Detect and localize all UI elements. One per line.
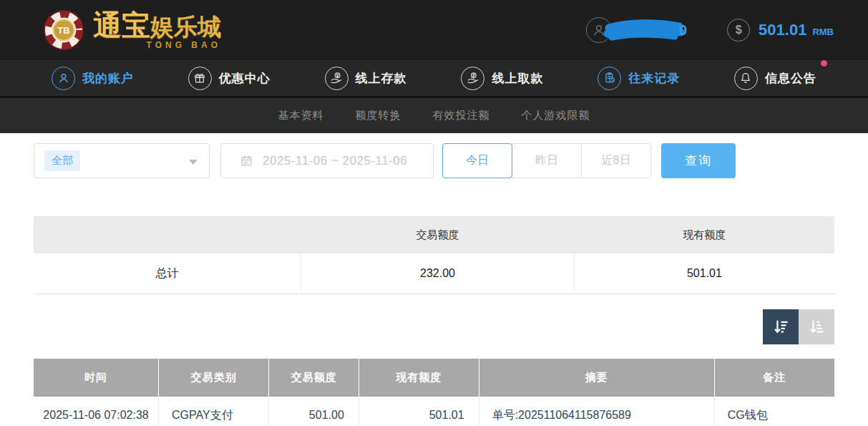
sort-descending-button[interactable] — [763, 309, 799, 344]
user-icon — [52, 67, 75, 90]
summary-col-current-balance: 现有额度 — [574, 216, 834, 253]
balance-currency: RMB — [812, 26, 834, 37]
record-remark: CG钱包 — [714, 397, 834, 426]
site-title-primary: 通宝 — [93, 9, 150, 41]
filter-row: 全部 2025-11-06 ~ 2025-11-06 今日 昨日 近8日 查询 — [34, 143, 834, 178]
records-icon — [598, 67, 621, 90]
records-col-time: 时间 — [34, 359, 159, 397]
nav-item-withdraw[interactable]: 线上取款 — [461, 67, 543, 90]
record-type: CGPAY支付 — [159, 397, 269, 426]
casino-chip-icon: TB — [43, 9, 84, 51]
record-transaction-amount: 501.00 — [269, 397, 359, 426]
records-col-transaction-amount: 交易额度 — [269, 359, 359, 397]
logo-text: 通宝娱乐城 TONG BAO — [93, 11, 221, 49]
dollar-glyph: $ — [736, 24, 742, 37]
records-header-row: 时间 交易类别 交易额度 现有额度 摘要 备注 — [34, 359, 834, 397]
range-button-yesterday[interactable]: 昨日 — [512, 143, 582, 178]
quick-range-group: 今日 昨日 近8日 — [442, 143, 651, 178]
sort-descending-icon — [771, 317, 791, 337]
content: 全部 2025-11-06 ~ 2025-11-06 今日 昨日 近8日 查询 — [0, 143, 868, 426]
records-col-summary: 摘要 — [479, 359, 714, 397]
nav-label: 信息公告 — [765, 70, 816, 87]
gift-icon — [188, 67, 212, 90]
nav-label: 线上存款 — [356, 70, 407, 87]
subnav-item-basic-info[interactable]: 基本资料 — [278, 109, 324, 122]
records-col-type: 交易类别 — [159, 359, 269, 397]
record-summary: 单号:202511064115876589 — [479, 397, 714, 426]
summary-table: 交易额度 现有额度 总计 232.00 501.01 — [34, 216, 834, 294]
calendar-icon — [240, 154, 253, 168]
records-col-remark: 备注 — [714, 359, 834, 397]
summary-total-balance: 501.01 — [574, 253, 834, 294]
site-subtitle: TONG BAO — [93, 41, 221, 49]
header-right: 0 $ 501.01 RMB — [586, 17, 834, 43]
summary-total-transaction: 232.00 — [301, 253, 575, 294]
records-col-current-balance: 现有额度 — [359, 359, 479, 397]
main-navigation: 我的账户 优惠中心 — [0, 60, 868, 98]
redaction-scribble — [602, 17, 685, 43]
nav-label: 我的账户 — [82, 70, 134, 87]
summary-col-transaction-amount: 交易额度 — [301, 216, 575, 253]
sort-ascending-button[interactable] — [799, 309, 834, 344]
subnav-item-game-limits[interactable]: 个人游戏限额 — [522, 109, 590, 122]
sub-navigation: 基本资料 额度转换 有效投注额 个人游戏限额 — [0, 98, 868, 133]
selected-type-tag: 全部 — [44, 150, 80, 171]
table-row: 2025-11-06 07:02:38 CGPAY支付 501.00 501.0… — [34, 397, 834, 426]
username-visible-suffix: 0 — [679, 22, 687, 39]
sort-controls — [34, 309, 834, 344]
nav-label: 线上取款 — [492, 70, 543, 87]
withdraw-icon — [461, 67, 484, 90]
nav-label: 往来记录 — [628, 70, 680, 87]
nav-item-promotions[interactable]: 优惠中心 — [188, 67, 270, 90]
nav-item-deposit[interactable]: 线上存款 — [325, 67, 407, 90]
nav-item-announcements[interactable]: 信息公告 — [734, 67, 816, 90]
range-button-last-8-days[interactable]: 近8日 — [581, 143, 651, 178]
site-title-secondary: 娱乐城 — [150, 14, 221, 40]
nav-label: 优惠中心 — [219, 70, 270, 87]
user-account[interactable]: 0 — [586, 17, 687, 43]
summary-col-empty — [34, 216, 301, 253]
subnav-item-valid-bets[interactable]: 有效投注额 — [433, 109, 490, 122]
bell-icon — [734, 67, 758, 90]
sort-ascending-icon — [807, 317, 826, 337]
deposit-icon — [325, 67, 348, 90]
site-title: 通宝娱乐城 — [93, 11, 221, 39]
range-button-today[interactable]: 今日 — [442, 143, 512, 178]
chevron-down-icon — [189, 160, 198, 165]
summary-header-row: 交易额度 现有额度 — [34, 216, 834, 253]
summary-total-label: 总计 — [34, 253, 301, 294]
notification-dot — [821, 60, 827, 67]
date-range-input[interactable]: 2025-11-06 ~ 2025-11-06 — [220, 143, 434, 178]
summary-total-row: 总计 232.00 501.01 — [34, 253, 834, 294]
nav-item-transaction-records[interactable]: 往来记录 — [598, 67, 680, 90]
transaction-type-select[interactable]: 全部 — [34, 143, 210, 178]
dollar-icon: $ — [727, 19, 750, 42]
balance-amount: 501.01 — [759, 21, 806, 39]
records-table: 时间 交易类别 交易额度 现有额度 摘要 备注 2025-11-06 07:02… — [34, 359, 834, 426]
subnav-item-credit-transfer[interactable]: 额度转换 — [356, 109, 401, 122]
top-header: TB 通宝娱乐城 TONG BAO — [0, 0, 868, 60]
balance[interactable]: $ 501.01 RMB — [727, 19, 834, 42]
record-time: 2025-11-06 07:02:38 — [34, 397, 159, 426]
nav-item-my-account[interactable]: 我的账户 — [52, 67, 134, 90]
transaction-records-page: TB 通宝娱乐城 TONG BAO — [0, 0, 868, 426]
chip-label: TB — [57, 25, 69, 36]
record-current-balance: 501.01 — [359, 397, 479, 426]
search-button[interactable]: 查询 — [661, 143, 736, 178]
logo[interactable]: TB 通宝娱乐城 TONG BAO — [43, 9, 221, 51]
date-range-value: 2025-11-06 ~ 2025-11-06 — [263, 154, 407, 168]
